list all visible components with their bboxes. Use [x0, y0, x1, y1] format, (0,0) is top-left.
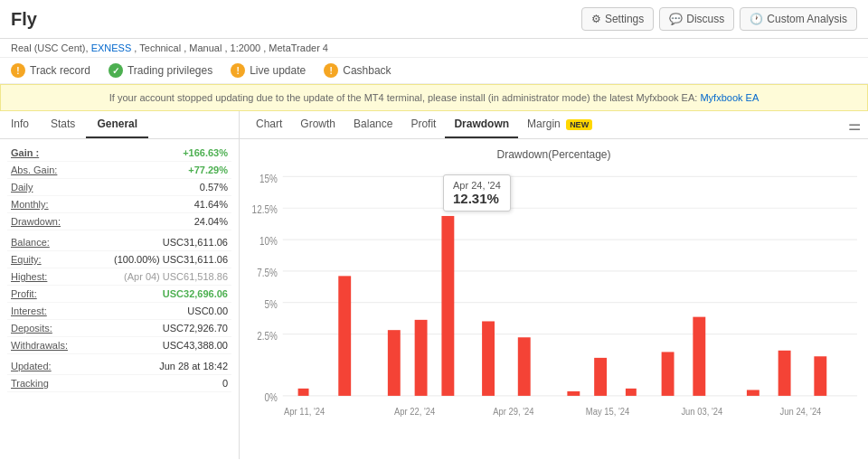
svg-text:Apr 29, '24: Apr 29, '24: [493, 405, 533, 417]
stat-row: Gain : +166.63%: [7, 145, 231, 162]
tab-chart[interactable]: Chart: [247, 111, 291, 138]
bar-15: [814, 356, 826, 396]
deposits-label[interactable]: Deposits:: [11, 323, 52, 334]
svg-text:May 15, '24: May 15, '24: [586, 405, 629, 417]
tab-drawdown[interactable]: Drawdown: [445, 111, 518, 138]
live-update-item[interactable]: ! Live update: [231, 63, 306, 78]
deposits-value: USC72,926.70: [163, 323, 228, 334]
warn-icon-live: !: [231, 63, 245, 78]
equity-label[interactable]: Equity:: [11, 254, 42, 265]
track-record-item[interactable]: ! Track record: [11, 63, 90, 78]
svg-text:15%: 15%: [259, 173, 278, 184]
bar-2: [338, 276, 351, 396]
myfxbook-ea-link[interactable]: Myfxbook EA: [700, 92, 759, 103]
drawdown-chart: 15% 12.5% 10% 7.5% 5% 2.5% 0%: [249, 165, 859, 424]
tracking-value: 0: [222, 378, 228, 389]
drawdown-label[interactable]: Drawdown:: [11, 216, 61, 227]
stat-row: Deposits: USC72,926.70: [7, 320, 231, 337]
bar-4: [415, 320, 428, 396]
tab-balance[interactable]: Balance: [344, 111, 401, 138]
gain-value: +166.63%: [183, 147, 228, 158]
cashback-item[interactable]: ! Cashback: [324, 63, 391, 78]
interest-value: USC0.00: [187, 306, 228, 316]
bar-10: [626, 389, 637, 396]
stat-row: Daily 0.57%: [7, 179, 231, 196]
svg-text:Apr 11, '24: Apr 11, '24: [284, 405, 325, 417]
highest-value: (Apr 04) USC61,518.86: [124, 271, 228, 282]
svg-text:7.5%: 7.5%: [257, 267, 278, 278]
header-buttons: ⚙ Settings 💬 Discuss 🕐 Custom Analysis: [581, 7, 857, 31]
chart-tabs: Chart Growth Balance Profit Drawdown Mar…: [240, 111, 868, 139]
settings-button[interactable]: ⚙ Settings: [581, 7, 654, 31]
withdrawals-value: USC43,388.00: [163, 340, 228, 351]
header: Fly ⚙ Settings 💬 Discuss 🕐 Custom Analys…: [0, 0, 868, 39]
stat-row: Drawdown: 24.04%: [7, 213, 231, 230]
subtitle: Real (USC Cent), EXNESS , Technical , Ma…: [0, 39, 868, 58]
tracking-label[interactable]: Tracking: [11, 378, 49, 389]
balance-value: USC31,611.06: [163, 237, 228, 248]
right-panel: Chart Growth Balance Profit Drawdown Mar…: [240, 111, 868, 459]
chart-container: 15% 12.5% 10% 7.5% 5% 2.5% 0%: [249, 165, 859, 424]
discuss-button[interactable]: 💬 Discuss: [659, 7, 734, 31]
tab-profit[interactable]: Profit: [401, 111, 445, 138]
bar-13: [747, 390, 760, 395]
filter-icon[interactable]: ⚌: [848, 117, 861, 134]
svg-text:12.5%: 12.5%: [252, 203, 278, 215]
monthly-value: 41.64%: [194, 199, 228, 210]
trading-privileges-item[interactable]: ✓ Trading privileges: [108, 63, 212, 78]
ok-icon-trading: ✓: [108, 63, 123, 78]
svg-text:0%: 0%: [264, 391, 277, 403]
tab-info[interactable]: Info: [0, 111, 40, 138]
profit-value: USC32,696.06: [163, 288, 228, 299]
tab-margin[interactable]: Margin NEW: [518, 111, 601, 138]
svg-text:Jun 03, '24: Jun 03, '24: [681, 405, 722, 417]
updated-label[interactable]: Updated:: [11, 361, 52, 371]
gain-label[interactable]: Gain :: [11, 147, 39, 158]
svg-text:10%: 10%: [259, 235, 278, 247]
daily-label[interactable]: Daily: [11, 182, 33, 193]
monthly-label[interactable]: Monthly:: [11, 199, 49, 210]
bar-14: [778, 351, 791, 396]
interest-label[interactable]: Interest:: [11, 306, 47, 316]
banner: If your account stopped updating due to …: [0, 84, 868, 111]
broker-link[interactable]: EXNESS: [91, 42, 132, 53]
bar-12: [693, 317, 705, 396]
stats-table: Gain : +166.63% Abs. Gain: +77.29% Daily…: [0, 139, 239, 398]
warn-icon-track: !: [11, 63, 25, 78]
svg-text:Jun 24, '24: Jun 24, '24: [780, 405, 822, 417]
stat-row: Tracking 0: [7, 375, 231, 392]
stat-row: Updated: Jun 28 at 18:42: [7, 358, 231, 375]
chart-title: Drawdown(Percentage): [249, 148, 859, 161]
stat-row: Monthly: 41.64%: [7, 196, 231, 213]
stat-row: Abs. Gain: +77.29%: [7, 162, 231, 179]
left-tabs: Info Stats General: [0, 111, 239, 139]
main-content: Info Stats General Gain : +166.63% Abs. …: [0, 111, 868, 459]
status-bar: ! Track record ✓ Trading privileges ! Li…: [0, 58, 868, 84]
balance-label[interactable]: Balance:: [11, 237, 50, 248]
bar-6: [482, 321, 495, 395]
withdrawals-label[interactable]: Withdrawals:: [11, 340, 68, 351]
svg-text:Apr 22, '24: Apr 22, '24: [394, 405, 435, 417]
chat-icon: 💬: [669, 13, 683, 25]
stat-row: Profit: USC32,696.06: [7, 286, 231, 303]
stat-row: Highest: (Apr 04) USC61,518.86: [7, 268, 231, 286]
page-title: Fly: [11, 9, 37, 30]
stat-row: Interest: USC0.00: [7, 303, 231, 320]
bar-11: [662, 352, 675, 395]
chart-area: Drawdown(Percentage) 15% 12.5% 10% 7.5% …: [240, 139, 868, 456]
drawdown-value: 24.04%: [194, 216, 228, 227]
gear-icon: ⚙: [591, 13, 601, 25]
abs-gain-label[interactable]: Abs. Gain:: [11, 164, 57, 175]
bar-1: [298, 389, 309, 396]
bar-3: [388, 330, 401, 396]
custom-analysis-button[interactable]: 🕐 Custom Analysis: [740, 7, 857, 31]
tab-general[interactable]: General: [86, 111, 148, 138]
daily-value: 0.57%: [200, 182, 228, 193]
profit-label[interactable]: Profit:: [11, 288, 37, 299]
stat-row: Withdrawals: USC43,388.00: [7, 337, 231, 354]
tab-growth[interactable]: Growth: [291, 111, 344, 138]
bar-8: [567, 391, 580, 396]
highest-label[interactable]: Highest:: [11, 271, 47, 282]
equity-value: (100.00%) USC31,611.06: [114, 254, 228, 265]
tab-stats[interactable]: Stats: [40, 111, 86, 138]
